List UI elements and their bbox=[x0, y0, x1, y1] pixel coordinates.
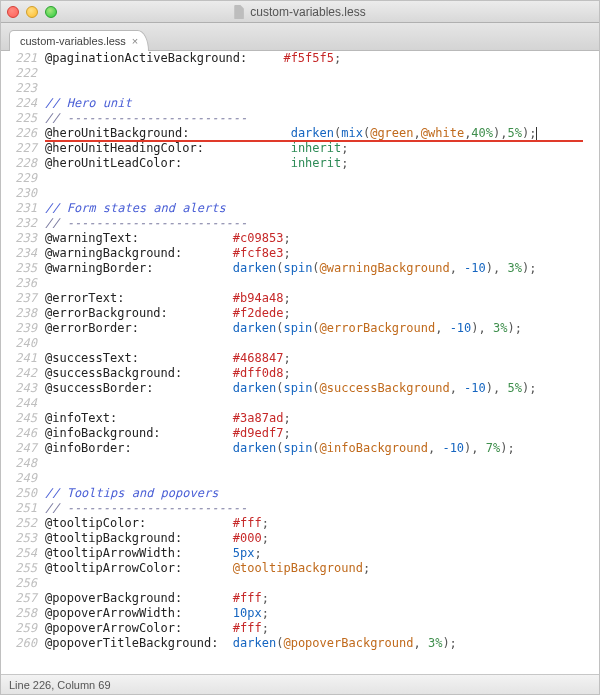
code-line[interactable]: 255@tooltipArrowColor: @tooltipBackgroun… bbox=[1, 561, 599, 576]
line-content[interactable]: // ------------------------- bbox=[45, 111, 599, 126]
line-content[interactable]: @tooltipBackground: #000; bbox=[45, 531, 599, 546]
line-content[interactable] bbox=[45, 81, 599, 96]
line-content[interactable]: @infoBorder: darken(spin(@infoBackground… bbox=[45, 441, 599, 456]
line-content[interactable]: @errorBackground: #f2dede; bbox=[45, 306, 599, 321]
minimize-icon[interactable] bbox=[26, 6, 38, 18]
line-content[interactable] bbox=[45, 336, 599, 351]
window-controls bbox=[7, 6, 57, 18]
line-content[interactable] bbox=[45, 186, 599, 201]
code-line[interactable]: 252@tooltipColor: #fff; bbox=[1, 516, 599, 531]
line-content[interactable] bbox=[45, 276, 599, 291]
line-number: 242 bbox=[1, 366, 45, 381]
code-line[interactable]: 237@errorText: #b94a48; bbox=[1, 291, 599, 306]
code-line[interactable]: 244 bbox=[1, 396, 599, 411]
code-line[interactable]: 242@successBackground: #dff0d8; bbox=[1, 366, 599, 381]
line-content[interactable]: @warningText: #c09853; bbox=[45, 231, 599, 246]
line-content[interactable]: @heroUnitLeadColor: inherit; bbox=[45, 156, 599, 171]
close-icon[interactable] bbox=[7, 6, 19, 18]
code-line[interactable]: 253@tooltipBackground: #000; bbox=[1, 531, 599, 546]
line-content[interactable]: // ------------------------- bbox=[45, 501, 599, 516]
code-line[interactable]: 235@warningBorder: darken(spin(@warningB… bbox=[1, 261, 599, 276]
code-line[interactable]: 231// Form states and alerts bbox=[1, 201, 599, 216]
line-number: 248 bbox=[1, 456, 45, 471]
line-content[interactable]: @infoText: #3a87ad; bbox=[45, 411, 599, 426]
code-body[interactable]: 221@paginationActiveBackground: #f5f5f5;… bbox=[1, 51, 599, 659]
line-content[interactable]: @tooltipArrowColor: @tooltipBackground; bbox=[45, 561, 599, 576]
line-number: 250 bbox=[1, 486, 45, 501]
code-line[interactable]: 221@paginationActiveBackground: #f5f5f5; bbox=[1, 51, 599, 66]
close-icon[interactable]: × bbox=[132, 36, 138, 47]
line-content[interactable] bbox=[45, 576, 599, 591]
line-content[interactable]: @heroUnitBackground: darken(mix(@green,@… bbox=[45, 126, 599, 141]
code-line[interactable]: 245@infoText: #3a87ad; bbox=[1, 411, 599, 426]
line-content[interactable]: @warningBackground: #fcf8e3; bbox=[45, 246, 599, 261]
code-line[interactable]: 234@warningBackground: #fcf8e3; bbox=[1, 246, 599, 261]
code-line[interactable]: 240 bbox=[1, 336, 599, 351]
line-content[interactable]: @heroUnitHeadingColor: inherit; bbox=[45, 141, 599, 156]
code-line[interactable]: 232// ------------------------- bbox=[1, 216, 599, 231]
code-line[interactable]: 248 bbox=[1, 456, 599, 471]
line-content[interactable]: @infoBackground: #d9edf7; bbox=[45, 426, 599, 441]
code-line[interactable]: 250// Tooltips and popovers bbox=[1, 486, 599, 501]
line-content[interactable]: @popoverBackground: #fff; bbox=[45, 591, 599, 606]
code-line[interactable]: 226@heroUnitBackground: darken(mix(@gree… bbox=[1, 126, 599, 141]
code-line[interactable]: 238@errorBackground: #f2dede; bbox=[1, 306, 599, 321]
line-number: 246 bbox=[1, 426, 45, 441]
line-number: 230 bbox=[1, 186, 45, 201]
line-content[interactable]: @errorText: #b94a48; bbox=[45, 291, 599, 306]
line-content[interactable]: @popoverTitleBackground: darken(@popover… bbox=[45, 636, 599, 651]
code-line[interactable]: 236 bbox=[1, 276, 599, 291]
code-line[interactable]: 247@infoBorder: darken(spin(@infoBackgro… bbox=[1, 441, 599, 456]
line-content[interactable]: @warningBorder: darken(spin(@warningBack… bbox=[45, 261, 599, 276]
line-content[interactable]: // Form states and alerts bbox=[45, 201, 599, 216]
zoom-icon[interactable] bbox=[45, 6, 57, 18]
line-content[interactable] bbox=[45, 171, 599, 186]
line-content[interactable]: @popoverArrowColor: #fff; bbox=[45, 621, 599, 636]
line-content[interactable]: // ------------------------- bbox=[45, 216, 599, 231]
line-number: 231 bbox=[1, 201, 45, 216]
line-number: 253 bbox=[1, 531, 45, 546]
line-content[interactable]: @paginationActiveBackground: #f5f5f5; bbox=[45, 51, 599, 66]
code-line[interactable]: 239@errorBorder: darken(spin(@errorBackg… bbox=[1, 321, 599, 336]
editor-area[interactable]: 221@paginationActiveBackground: #f5f5f5;… bbox=[1, 51, 599, 674]
code-line[interactable]: 249 bbox=[1, 471, 599, 486]
line-number: 236 bbox=[1, 276, 45, 291]
code-line[interactable]: 223 bbox=[1, 81, 599, 96]
code-line[interactable]: 258@popoverArrowWidth: 10px; bbox=[1, 606, 599, 621]
line-content[interactable]: // Tooltips and popovers bbox=[45, 486, 599, 501]
status-text: Line 226, Column 69 bbox=[9, 679, 111, 691]
code-line[interactable]: 243@successBorder: darken(spin(@successB… bbox=[1, 381, 599, 396]
line-content[interactable] bbox=[45, 471, 599, 486]
code-line[interactable]: 233@warningText: #c09853; bbox=[1, 231, 599, 246]
code-line[interactable]: 224// Hero unit bbox=[1, 96, 599, 111]
code-line[interactable]: 246@infoBackground: #d9edf7; bbox=[1, 426, 599, 441]
line-content[interactable]: @successBackground: #dff0d8; bbox=[45, 366, 599, 381]
code-line[interactable]: 225// ------------------------- bbox=[1, 111, 599, 126]
code-line[interactable]: 229 bbox=[1, 171, 599, 186]
line-content[interactable] bbox=[45, 66, 599, 81]
line-content[interactable]: @tooltipColor: #fff; bbox=[45, 516, 599, 531]
code-line[interactable]: 256 bbox=[1, 576, 599, 591]
line-content[interactable]: // Hero unit bbox=[45, 96, 599, 111]
code-line[interactable]: 228@heroUnitLeadColor: inherit; bbox=[1, 156, 599, 171]
tab-custom-variables[interactable]: custom-variables.less × bbox=[9, 30, 149, 51]
line-content[interactable]: @tooltipArrowWidth: 5px; bbox=[45, 546, 599, 561]
code-line[interactable]: 227@heroUnitHeadingColor: inherit; bbox=[1, 141, 599, 156]
tab-bar: custom-variables.less × bbox=[1, 23, 599, 51]
code-line[interactable]: 222 bbox=[1, 66, 599, 81]
line-content[interactable] bbox=[45, 456, 599, 471]
line-content[interactable]: @popoverArrowWidth: 10px; bbox=[45, 606, 599, 621]
code-line[interactable]: 259@popoverArrowColor: #fff; bbox=[1, 621, 599, 636]
line-content[interactable]: @successBorder: darken(spin(@successBack… bbox=[45, 381, 599, 396]
line-content[interactable]: @successText: #468847; bbox=[45, 351, 599, 366]
titlebar[interactable]: custom-variables.less bbox=[1, 1, 599, 23]
code-line[interactable]: 260@popoverTitleBackground: darken(@popo… bbox=[1, 636, 599, 651]
code-line[interactable]: 251// ------------------------- bbox=[1, 501, 599, 516]
line-number: 241 bbox=[1, 351, 45, 366]
code-line[interactable]: 241@successText: #468847; bbox=[1, 351, 599, 366]
code-line[interactable]: 257@popoverBackground: #fff; bbox=[1, 591, 599, 606]
code-line[interactable]: 230 bbox=[1, 186, 599, 201]
line-content[interactable]: @errorBorder: darken(spin(@errorBackgrou… bbox=[45, 321, 599, 336]
line-content[interactable] bbox=[45, 396, 599, 411]
code-line[interactable]: 254@tooltipArrowWidth: 5px; bbox=[1, 546, 599, 561]
